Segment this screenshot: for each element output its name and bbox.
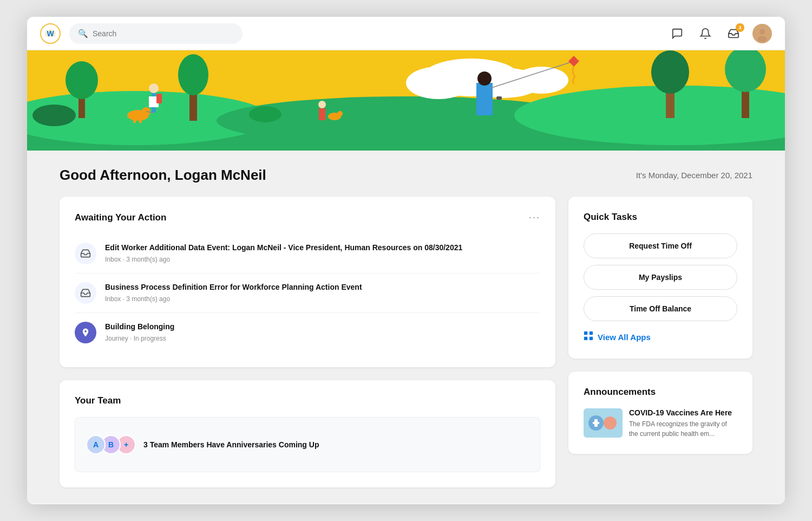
team-member-text: 3 Team Members Have Anniversaries Coming… bbox=[143, 440, 319, 449]
time-off-balance-button[interactable]: Time Off Balance bbox=[584, 296, 737, 321]
svg-point-22 bbox=[32, 105, 76, 126]
awaiting-action-header: Awaiting Your Action ··· bbox=[75, 212, 540, 223]
announcement-image bbox=[584, 408, 623, 438]
svg-point-38 bbox=[477, 71, 492, 86]
your-team-card: Your Team A B + 3 Team Members Have Anni… bbox=[60, 380, 555, 487]
request-time-off-button[interactable]: Request Time Off bbox=[584, 233, 737, 258]
action-content-3: Building Belonging Journey · In progress bbox=[105, 322, 174, 342]
svg-point-17 bbox=[178, 54, 208, 95]
svg-rect-44 bbox=[584, 337, 587, 340]
date-display: It's Monday, December 20, 2021 bbox=[636, 171, 752, 180]
my-payslips-button[interactable]: My Payslips bbox=[584, 265, 737, 290]
inbox-action-icon bbox=[75, 243, 96, 264]
quick-tasks-title: Quick Tasks bbox=[584, 212, 737, 223]
svg-point-11 bbox=[406, 67, 471, 99]
announcements-card: Announcements bbox=[568, 372, 752, 454]
action-meta-2: Inbox · 3 month(s) ago bbox=[105, 295, 362, 303]
svg-rect-43 bbox=[590, 331, 593, 335]
action-item[interactable]: Business Process Definition Error for Wo… bbox=[75, 273, 540, 313]
svg-rect-45 bbox=[590, 337, 593, 340]
greeting-bar: Good Afternoon, Logan McNeil It's Monday… bbox=[60, 167, 752, 184]
left-column: Awaiting Your Action ··· Edit Worker bbox=[60, 197, 555, 487]
journey-icon bbox=[75, 322, 96, 343]
svg-rect-39 bbox=[496, 96, 502, 100]
inbox-action-icon-2 bbox=[75, 282, 96, 304]
announcement-description: The FDA recognizes the gravity of the cu… bbox=[629, 419, 737, 439]
svg-rect-31 bbox=[139, 115, 142, 123]
search-bar[interactable]: 🔍 bbox=[69, 23, 243, 44]
announcement-item[interactable]: COVID-19 Vaccines Are Here The FDA recog… bbox=[584, 408, 737, 439]
apps-grid-icon bbox=[584, 331, 593, 343]
svg-rect-50 bbox=[593, 422, 599, 424]
awaiting-more-button[interactable]: ··· bbox=[529, 212, 540, 223]
inbox-badge: 3 bbox=[736, 23, 744, 32]
svg-rect-37 bbox=[476, 83, 493, 115]
greeting-heading: Good Afternoon, Logan McNeil bbox=[60, 167, 266, 184]
action-title-2: Business Process Definition Error for Wo… bbox=[105, 282, 362, 293]
team-inner-card[interactable]: A B + 3 Team Members Have Anniversaries … bbox=[75, 417, 540, 472]
svg-rect-27 bbox=[156, 94, 162, 103]
notification-button[interactable] bbox=[696, 24, 715, 43]
team-member-row: A B + 3 Team Members Have Anniversaries … bbox=[86, 426, 529, 463]
awaiting-action-title: Awaiting Your Action bbox=[75, 212, 166, 223]
svg-point-36 bbox=[337, 111, 343, 116]
announcements-title: Announcements bbox=[584, 387, 737, 398]
svg-point-15 bbox=[66, 61, 98, 99]
workday-logo: W bbox=[40, 23, 61, 44]
quick-tasks-card: Quick Tasks Request Time Off My Payslips… bbox=[568, 197, 752, 359]
main-content: Good Afternoon, Logan McNeil It's Monday… bbox=[27, 151, 785, 504]
action-title-3: Building Belonging bbox=[105, 322, 174, 333]
nav-actions: 3 bbox=[668, 24, 772, 43]
search-input[interactable] bbox=[93, 29, 234, 38]
user-avatar[interactable] bbox=[752, 24, 772, 43]
search-icon: 🔍 bbox=[78, 29, 88, 38]
svg-rect-30 bbox=[133, 115, 136, 123]
announcement-title: COVID-19 Vaccines Are Here bbox=[629, 408, 737, 417]
view-all-apps-link[interactable]: View All Apps bbox=[584, 331, 737, 343]
announcement-content: COVID-19 Vaccines Are Here The FDA recog… bbox=[629, 408, 737, 439]
awaiting-action-card: Awaiting Your Action ··· Edit Worker bbox=[60, 197, 555, 367]
hero-banner bbox=[27, 50, 785, 151]
action-content-2: Business Process Definition Error for Wo… bbox=[105, 282, 362, 303]
svg-point-13 bbox=[514, 67, 568, 94]
inbox-button[interactable]: 3 bbox=[724, 24, 743, 43]
svg-point-2 bbox=[759, 29, 765, 34]
svg-point-19 bbox=[651, 50, 689, 94]
action-meta-3: Journey · In progress bbox=[105, 335, 174, 342]
team-avatar-1: A bbox=[86, 435, 106, 454]
svg-point-25 bbox=[149, 83, 159, 93]
action-content: Edit Worker Additional Data Event: Logan… bbox=[105, 243, 462, 263]
svg-point-48 bbox=[604, 416, 617, 429]
action-meta: Inbox · 3 month(s) ago bbox=[105, 256, 462, 263]
team-avatar-group: A B + bbox=[86, 435, 136, 454]
action-item[interactable]: Edit Worker Additional Data Event: Logan… bbox=[75, 234, 540, 273]
view-all-apps-label: View All Apps bbox=[598, 333, 651, 342]
browser-window: W 🔍 bbox=[27, 17, 785, 504]
svg-text:W: W bbox=[47, 29, 54, 38]
svg-point-33 bbox=[318, 101, 326, 108]
action-title: Edit Worker Additional Data Event: Logan… bbox=[105, 243, 462, 253]
chat-button[interactable] bbox=[668, 24, 686, 43]
content-grid: Awaiting Your Action ··· Edit Worker bbox=[60, 197, 752, 487]
right-column: Quick Tasks Request Time Off My Payslips… bbox=[568, 197, 752, 487]
svg-rect-34 bbox=[319, 108, 325, 120]
svg-rect-42 bbox=[584, 331, 587, 335]
action-item-journey[interactable]: Building Belonging Journey · In progress bbox=[75, 313, 540, 352]
logo-area[interactable]: W bbox=[40, 23, 61, 44]
svg-point-23 bbox=[249, 106, 281, 122]
your-team-title: Your Team bbox=[75, 395, 540, 406]
top-nav: W 🔍 bbox=[27, 17, 785, 50]
